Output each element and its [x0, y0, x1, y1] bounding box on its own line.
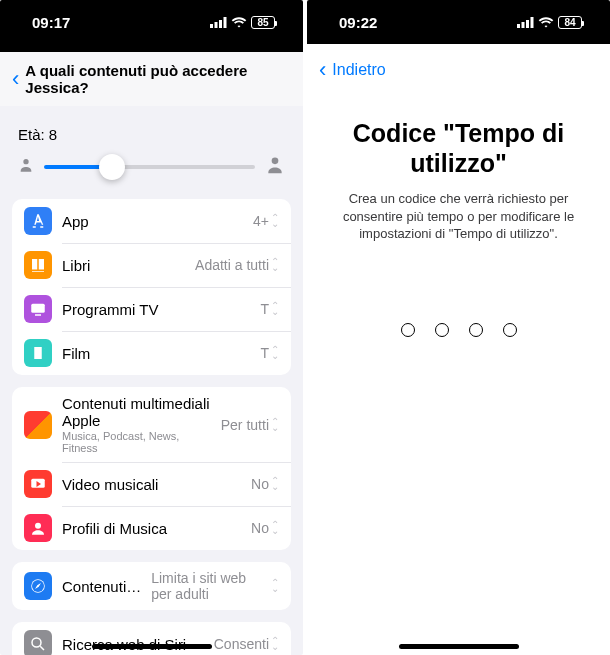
chevron-updown-icon: ⌃⌄ — [271, 580, 279, 592]
row-label: Contenuti… — [62, 578, 141, 595]
svg-point-15 — [32, 638, 41, 647]
person-small-icon — [18, 157, 34, 177]
books-icon — [24, 251, 52, 279]
row-value: Per tutti⌃⌄ — [221, 417, 279, 433]
home-indicator[interactable] — [92, 644, 212, 649]
group-siri: Ricerca web di Siri Consenti⌃⌄ — [12, 622, 291, 655]
svg-rect-7 — [35, 314, 41, 316]
phone-right-passcode: 09:22 84 ‹ Indietro Codice "Tempo di uti… — [307, 0, 610, 655]
svg-point-4 — [23, 159, 28, 164]
row-app[interactable]: App 4+⌃⌄ — [12, 199, 291, 243]
svg-rect-0 — [210, 24, 213, 28]
chevron-updown-icon: ⌃⌄ — [271, 419, 279, 431]
chevron-updown-icon: ⌃⌄ — [271, 638, 279, 650]
svg-rect-16 — [517, 24, 520, 28]
age-slider[interactable] — [44, 165, 255, 169]
row-value: Consenti⌃⌄ — [214, 636, 279, 652]
row-value: Limita i siti web per adulti⌃⌄ — [151, 570, 279, 602]
passcode-dot — [435, 323, 449, 337]
row-music-videos[interactable]: Video musicali No⌃⌄ — [12, 462, 291, 506]
svg-point-12 — [35, 523, 41, 529]
content-area: Età: 8 App 4+⌃⌄ Libri Adatti a tutti⌃⌄ P… — [0, 106, 303, 655]
svg-rect-19 — [531, 17, 534, 28]
slider-thumb[interactable] — [99, 154, 125, 180]
row-label: Libri — [62, 257, 185, 274]
passcode-title: Codice "Tempo di utilizzo" — [327, 118, 590, 178]
row-value: No⌃⌄ — [251, 476, 279, 492]
status-bar: 09:22 84 — [307, 0, 610, 44]
status-indicators: 84 — [517, 16, 582, 29]
status-bar: 09:17 85 — [0, 0, 303, 44]
passcode-dot — [469, 323, 483, 337]
group-web: Contenuti… Limita i siti web per adulti⌃… — [12, 562, 291, 610]
row-apple-media[interactable]: Contenuti multimediali AppleMusica, Podc… — [12, 387, 291, 462]
cellular-signal-icon — [210, 17, 227, 28]
battery-icon: 84 — [558, 16, 582, 29]
chevron-updown-icon: ⌃⌄ — [271, 215, 279, 227]
svg-rect-10 — [42, 347, 44, 359]
row-web-content[interactable]: Contenuti… Limita i siti web per adulti⌃… — [12, 562, 291, 610]
wifi-icon — [231, 17, 247, 28]
svg-rect-9 — [32, 347, 34, 359]
chevron-updown-icon: ⌃⌄ — [271, 522, 279, 534]
row-siri-web[interactable]: Ricerca web di Siri Consenti⌃⌄ — [12, 622, 291, 655]
age-label: Età: 8 — [18, 126, 285, 143]
music-video-icon — [24, 470, 52, 498]
row-tv[interactable]: Programmi TV T⌃⌄ — [12, 287, 291, 331]
app-store-icon — [24, 207, 52, 235]
chevron-updown-icon: ⌃⌄ — [271, 259, 279, 271]
row-label: Programmi TV — [62, 301, 250, 318]
person-large-icon — [265, 155, 285, 179]
back-button-label[interactable]: Indietro — [332, 61, 385, 79]
row-music-profiles[interactable]: Profili di Musica No⌃⌄ — [12, 506, 291, 550]
page-title: A quali contenuti può accedere Jessica? — [25, 62, 291, 96]
row-value: Adatti a tutti⌃⌄ — [195, 257, 279, 273]
row-label: Film — [62, 345, 250, 362]
row-value: T⌃⌄ — [260, 345, 279, 361]
nav-bar: ‹ Indietro — [307, 48, 610, 92]
chevron-updown-icon: ⌃⌄ — [271, 478, 279, 490]
svg-rect-18 — [526, 20, 529, 28]
siri-search-icon — [24, 630, 52, 655]
safari-icon — [24, 572, 52, 600]
header-gap — [0, 44, 303, 52]
svg-rect-17 — [522, 22, 525, 28]
row-books[interactable]: Libri Adatti a tutti⌃⌄ — [12, 243, 291, 287]
tv-icon — [24, 295, 52, 323]
svg-rect-1 — [215, 22, 218, 28]
group-apple-media: Contenuti multimediali AppleMusica, Podc… — [12, 387, 291, 550]
music-profile-icon — [24, 514, 52, 542]
row-value: No⌃⌄ — [251, 520, 279, 536]
row-film[interactable]: Film T⌃⌄ — [12, 331, 291, 375]
status-time: 09:22 — [339, 14, 377, 31]
passcode-dot — [503, 323, 517, 337]
battery-icon: 85 — [251, 16, 275, 29]
svg-rect-3 — [224, 17, 227, 28]
passcode-dot — [401, 323, 415, 337]
status-indicators: 85 — [210, 16, 275, 29]
passcode-content: Codice "Tempo di utilizzo" Crea un codic… — [307, 92, 610, 337]
row-label: Contenuti multimediali AppleMusica, Podc… — [62, 395, 211, 454]
svg-rect-2 — [219, 20, 222, 28]
svg-rect-6 — [31, 304, 45, 313]
status-time: 09:17 — [32, 14, 70, 31]
chevron-updown-icon: ⌃⌄ — [271, 303, 279, 315]
group-media: App 4+⌃⌄ Libri Adatti a tutti⌃⌄ Programm… — [12, 199, 291, 375]
row-value: 4+⌃⌄ — [253, 213, 279, 229]
chevron-updown-icon: ⌃⌄ — [271, 347, 279, 359]
svg-point-5 — [272, 158, 279, 165]
back-chevron-icon[interactable]: ‹ — [12, 68, 19, 90]
phone-left-content-restrictions: 09:17 85 ‹ A quali contenuti può acceder… — [0, 0, 303, 655]
back-chevron-icon[interactable]: ‹ — [319, 59, 326, 81]
home-indicator[interactable] — [399, 644, 519, 649]
nav-bar: ‹ A quali contenuti può accedere Jessica… — [0, 52, 303, 106]
row-label: App — [62, 213, 243, 230]
film-icon — [24, 339, 52, 367]
cellular-signal-icon — [517, 17, 534, 28]
wifi-icon — [538, 17, 554, 28]
age-section: Età: 8 — [0, 106, 303, 187]
row-label: Video musicali — [62, 476, 241, 493]
row-value: T⌃⌄ — [260, 301, 279, 317]
passcode-description: Crea un codice che verrà richiesto per c… — [327, 190, 590, 243]
passcode-input[interactable] — [327, 323, 590, 337]
